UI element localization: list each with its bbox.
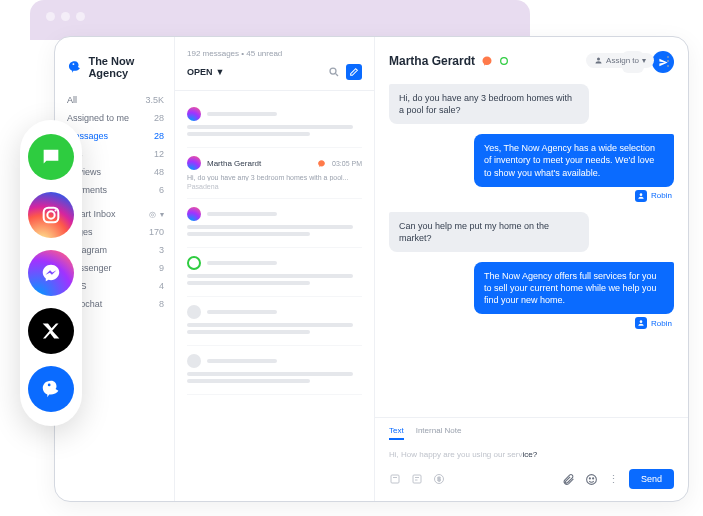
incoming-message: Hi, do you have any 3 bedroom homes with… [389, 84, 674, 124]
agent-tag: Robin [474, 317, 674, 329]
agent-avatar-icon [635, 317, 647, 329]
brand-logo-icon [67, 58, 82, 76]
sidebar-item-count: 170 [149, 227, 164, 237]
search-icon[interactable] [328, 66, 340, 78]
composer-tab-note[interactable]: Internal Note [416, 426, 462, 440]
assign-button[interactable]: Assign to ▾ [586, 53, 654, 68]
agent-name: Robin [651, 319, 672, 328]
instagram-channel-icon [28, 192, 74, 238]
conversation-list: 192 messages • 45 unread OPEN ▼ Martha G… [175, 37, 375, 501]
convo-item-location: Pasadena [187, 183, 362, 190]
svg-rect-14 [391, 475, 399, 483]
payment-icon[interactable]: $ [433, 473, 445, 485]
status-filter[interactable]: OPEN ▼ [187, 67, 224, 77]
send-button[interactable]: Send [629, 469, 674, 489]
sms-channel-icon [28, 134, 74, 180]
chat-contact-name: Martha Gerardt [389, 54, 475, 68]
snippet-icon[interactable] [411, 473, 423, 485]
sidebar-item-label: Assigned to me [67, 113, 129, 123]
message-bubble: Yes, The Now Agency has a wide selection… [474, 134, 674, 186]
sidebar-item-count: 9 [159, 263, 164, 273]
svg-point-1 [47, 211, 54, 218]
emoji-icon[interactable] [585, 473, 598, 486]
messenger-source-icon [481, 55, 493, 67]
composer-typed-text: ice? [522, 450, 537, 459]
conversation-item[interactable] [187, 346, 362, 395]
convo-item-time: 03:05 PM [332, 160, 362, 167]
svg-text:$: $ [437, 476, 440, 482]
svg-point-22 [589, 477, 590, 478]
composer-input[interactable]: Hi, How happy are you using our service? [389, 446, 674, 469]
eye-icon: ◎ [149, 210, 156, 219]
convo-item-name: Martha Gerardt [207, 159, 311, 168]
outgoing-message: Yes, The Now Agency has a wide selection… [389, 134, 674, 201]
svg-rect-16 [413, 475, 421, 483]
user-icon [594, 56, 603, 65]
sidebar-item-count: 8 [159, 299, 164, 309]
sidebar-item-label: All [67, 95, 77, 105]
convo-item-preview: Hi, do you have any 3 bedroom homes with… [187, 174, 362, 181]
svg-line-9 [336, 74, 339, 77]
svg-point-13 [640, 321, 643, 324]
outgoing-message: The Now Agency offers full services for … [389, 262, 674, 329]
chevron-down-icon: ▾ [642, 56, 646, 65]
agent-name: Robin [651, 191, 672, 200]
sidebar-item-count: 6 [159, 185, 164, 195]
svg-point-11 [597, 58, 600, 61]
channel-strip [20, 120, 82, 426]
sidebar-item-messages[interactable]: Messages 28 [67, 127, 164, 145]
sidebar-item-count: 28 [154, 113, 164, 123]
mock-browser-tabbar [30, 0, 530, 40]
chat-pane: Martha Gerardt Assign to ▾ ⋮ Hi, do you … [375, 37, 688, 501]
chevron-down-icon: ▾ [160, 210, 164, 219]
status-dot-icon [499, 56, 509, 66]
attachment-icon[interactable] [562, 473, 575, 486]
more-composer-icon[interactable]: ⋮ [608, 473, 619, 486]
message-bubble: Can you help me put my home on the marke… [389, 212, 589, 252]
incoming-message: Can you help me put my home on the marke… [389, 212, 674, 252]
svg-point-21 [587, 474, 597, 484]
sidebar-item-count: 4 [159, 281, 164, 291]
brand-name: The Now Agency [88, 55, 164, 79]
template-icon[interactable] [389, 473, 401, 485]
conversation-item[interactable]: Martha Gerardt03:05 PMHi, do you have an… [187, 148, 362, 199]
svg-point-12 [640, 193, 643, 196]
agent-avatar-icon [635, 190, 647, 202]
composer: Text Internal Note Hi, How happy are you… [375, 417, 688, 501]
composer-placeholder: Hi, How happy are you using our serv [389, 450, 522, 459]
conversation-item[interactable] [187, 297, 362, 346]
message-bubble: Hi, do you have any 3 bedroom homes with… [389, 84, 589, 124]
sidebar-item-count: 12 [154, 149, 164, 159]
sidebar-item-count: 48 [154, 167, 164, 177]
svg-point-10 [501, 57, 508, 64]
sidebar-item-all[interactable]: All 3.5K [67, 91, 164, 109]
app-window: The Now Agency All 3.5K Assigned to me 2… [54, 36, 689, 502]
chevron-down-icon: ▼ [216, 67, 225, 77]
svg-point-8 [330, 68, 336, 74]
message-bubble: The Now Agency offers full services for … [474, 262, 674, 314]
compose-button[interactable] [346, 64, 362, 80]
conversation-item[interactable] [187, 99, 362, 148]
agent-tag: Robin [474, 190, 674, 202]
conversation-item[interactable] [187, 199, 362, 248]
convo-meta: 192 messages • 45 unread [187, 49, 362, 58]
brand-row: The Now Agency [67, 55, 164, 79]
sidebar-item-count: 3 [159, 245, 164, 255]
sidebar-item-count: 3.5K [145, 95, 164, 105]
sidebar-item-count: 28 [154, 131, 164, 141]
birdeye-channel-icon [28, 366, 74, 412]
svg-point-23 [593, 477, 594, 478]
messenger-channel-icon [28, 250, 74, 296]
svg-point-2 [54, 209, 56, 211]
x-channel-icon [28, 308, 74, 354]
assign-label: Assign to [606, 56, 639, 65]
messenger-source-icon [317, 159, 326, 168]
more-menu-icon[interactable]: ⋮ [662, 54, 674, 68]
chat-header: Martha Gerardt Assign to ▾ ⋮ [375, 37, 688, 80]
composer-tab-text[interactable]: Text [389, 426, 404, 440]
sidebar-item-assigned[interactable]: Assigned to me 28 [67, 109, 164, 127]
conversation-item[interactable] [187, 248, 362, 297]
status-filter-label: OPEN [187, 67, 213, 77]
